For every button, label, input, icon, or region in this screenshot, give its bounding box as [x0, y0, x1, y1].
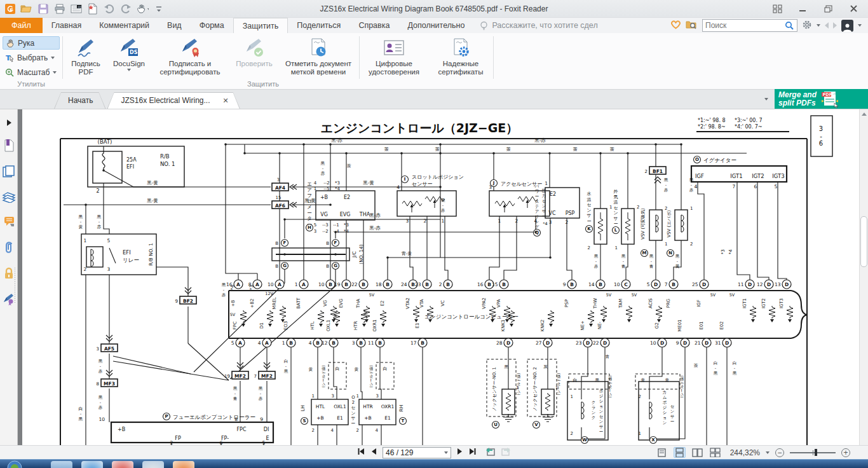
email-icon[interactable]	[70, 3, 83, 15]
menu-tab-share[interactable]: Поделиться	[288, 18, 349, 33]
hand-tool-icon[interactable]	[136, 3, 149, 15]
windows-taskbar[interactable]	[0, 459, 868, 468]
diagram-label: *4	[335, 186, 341, 191]
taskbar-app-4[interactable]	[142, 461, 164, 468]
page-number-field[interactable]	[383, 447, 451, 458]
diagram-label: 5V	[632, 292, 637, 298]
arrow	[751, 319, 755, 322]
print-icon[interactable]	[53, 3, 66, 15]
foxit-logo-icon[interactable]	[4, 3, 17, 15]
panel-resize-handle[interactable]	[14, 267, 17, 303]
previous-view-button[interactable]	[485, 447, 496, 458]
hand-tool-button[interactable]: Рука	[3, 36, 60, 50]
diagram-label: (シールド線)	[679, 375, 684, 397]
taskbar-app-3[interactable]	[112, 461, 133, 468]
menu-tab-comment[interactable]: Комментарий	[90, 18, 158, 33]
zoom-slider-thumb[interactable]	[815, 449, 817, 456]
menu-tab-home[interactable]: Главная	[43, 18, 91, 33]
signature-panel-icon[interactable]	[3, 293, 15, 308]
search-input[interactable]	[705, 21, 785, 30]
first-page-button[interactable]	[357, 448, 365, 457]
menu-tab-file[interactable]: Файл	[0, 18, 43, 33]
close-tab-icon[interactable]: ✕	[223, 97, 229, 105]
start-orb-icon[interactable]	[6, 460, 23, 468]
scrollbar-thumb[interactable]	[860, 216, 867, 267]
arrow	[788, 319, 792, 322]
diagram-label: 青	[641, 378, 646, 383]
zoom-tool-button[interactable]: Масштаб	[3, 65, 60, 79]
facing-continuous-view-icon[interactable]	[709, 447, 721, 458]
favorite-heart-icon[interactable]	[670, 20, 681, 31]
diagram-label: 黒-赤	[664, 177, 668, 193]
merge-split-banner[interactable]: Merge andsplit PDFs PDF	[775, 89, 868, 109]
menu-tab-help[interactable]: Справка	[349, 18, 398, 33]
search-icon[interactable]	[785, 21, 794, 31]
menu-tab-extra[interactable]: Дополнительно	[398, 18, 473, 33]
restore-layout-icon[interactable]	[771, 4, 783, 14]
pages-panel-icon[interactable]	[3, 165, 15, 181]
continuous-view-icon[interactable]	[674, 447, 686, 458]
close-button[interactable]	[848, 4, 859, 14]
zoom-slider[interactable]	[790, 452, 836, 453]
next-view-button[interactable]	[501, 447, 511, 458]
wire	[626, 244, 628, 280]
new-document-icon[interactable]	[86, 3, 99, 15]
settings-caret-icon[interactable]	[817, 24, 820, 27]
security-lock-icon[interactable]	[3, 267, 15, 282]
search-folder-icon[interactable]	[686, 20, 698, 31]
open-file-icon[interactable]	[20, 3, 33, 15]
diagram-label: 黒-青	[621, 254, 626, 269]
taskbar-app-1[interactable]	[51, 461, 72, 468]
page-number-input[interactable]	[386, 448, 437, 457]
next-page-button[interactable]	[456, 448, 463, 457]
customize-toolbar-icon[interactable]	[153, 3, 165, 15]
menu-tab-form[interactable]: Форма	[191, 18, 233, 33]
account-avatar[interactable]	[841, 20, 853, 32]
prev-page-button[interactable]	[370, 448, 377, 457]
doc-tab-start[interactable]: Начать	[54, 92, 106, 109]
taskbar-app-2[interactable]	[81, 461, 103, 468]
diagram-label: AF6	[275, 203, 285, 209]
pdf-page[interactable]: AF43AF615BF29AF53MF38MF219MF27BF12A16+BA…	[22, 109, 859, 445]
menu-tab-protect[interactable]: Защитить	[233, 18, 288, 33]
diagram-label: 1	[690, 206, 693, 211]
zoom-in-button[interactable]: +	[841, 448, 850, 457]
expand-panel-icon[interactable]	[6, 117, 12, 128]
arrow	[657, 319, 661, 322]
diagram-label: ME01	[677, 319, 682, 331]
menu-tab-view[interactable]: Вид	[158, 18, 191, 33]
layers-panel-icon[interactable]	[2, 191, 16, 205]
zoom-out-button[interactable]: −	[775, 448, 784, 457]
tell-me-assistant[interactable]: Расскажите, что хотите сдел	[473, 18, 597, 33]
lightbulb-icon	[480, 21, 488, 31]
history-back-icon[interactable]	[825, 22, 829, 29]
arrow	[414, 319, 418, 322]
bookmarks-panel-icon[interactable]	[3, 139, 15, 155]
maximize-button[interactable]	[822, 4, 834, 14]
taskbar-app-5[interactable]	[173, 461, 194, 468]
diagram-label: 5V	[729, 292, 735, 298]
last-page-button[interactable]	[468, 448, 477, 457]
search-box[interactable]	[702, 19, 797, 32]
single-page-view-icon[interactable]	[656, 447, 668, 458]
history-forward-icon[interactable]	[833, 22, 837, 29]
tab-list-caret-icon[interactable]	[764, 98, 768, 100]
vertical-scrollbar[interactable]	[859, 109, 868, 445]
save-icon[interactable]	[37, 3, 50, 15]
undo-icon[interactable]	[103, 3, 116, 15]
scroll-up-icon[interactable]	[860, 109, 868, 119]
settings-gear-icon[interactable]	[802, 20, 812, 32]
redo-icon[interactable]	[119, 3, 132, 15]
select-tool-button[interactable]: T Выбрать	[3, 51, 60, 64]
zoom-level-value[interactable]: 244,32%	[727, 448, 760, 457]
page-list-caret-icon[interactable]	[444, 451, 448, 454]
account-caret-icon[interactable]	[858, 24, 862, 27]
attachments-panel-icon[interactable]	[3, 241, 15, 256]
diagram-label: 黒-赤	[259, 386, 263, 401]
facing-view-icon[interactable]	[691, 447, 703, 458]
comments-panel-icon[interactable]	[3, 216, 15, 230]
diagram-label: (シールド線)	[607, 375, 612, 397]
doc-tab-current[interactable]: JZS16x Electrical Wiring... ✕	[107, 92, 240, 109]
zoom-caret-icon[interactable]	[766, 451, 770, 454]
minimize-button[interactable]	[797, 4, 808, 14]
